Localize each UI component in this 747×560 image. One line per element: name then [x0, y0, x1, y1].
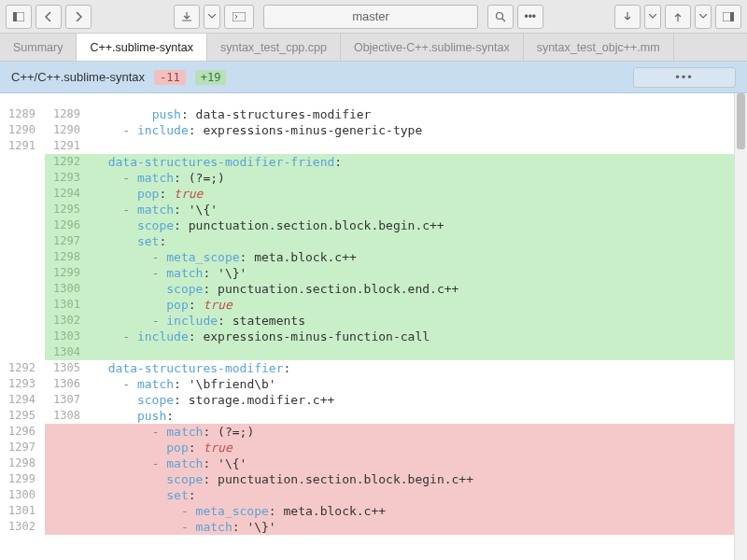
- diff-line: 1300 scope: punctuation.section.block.en…: [0, 281, 747, 297]
- forward-button[interactable]: [65, 5, 92, 29]
- diff-line: 1294 pop: true: [0, 186, 747, 202]
- line-number-new: [45, 440, 90, 455]
- code-content: - include: expressions-minus-function-ca…: [90, 329, 747, 344]
- scrollbar-thumb[interactable]: [737, 93, 745, 149]
- line-number-new: 1292: [45, 154, 90, 170]
- line-number-old: 1302: [0, 519, 45, 535]
- line-number-new: [45, 503, 90, 519]
- diff-line: 1292 data-structures-modifier-friend:: [0, 154, 747, 170]
- line-number-new: 1305: [45, 360, 90, 376]
- line-number-new: 1300: [45, 281, 90, 297]
- diff-line: 12941307 scope: storage.modifier.c++: [0, 392, 747, 408]
- push-button[interactable]: [665, 5, 691, 29]
- code-content: push: data-structures-modifier: [90, 106, 747, 122]
- line-number-old: [0, 233, 45, 249]
- inspector-toggle-button[interactable]: [715, 5, 741, 29]
- line-number-new: 1298: [45, 249, 90, 265]
- diff-line: 1303 - include: expressions-minus-functi…: [0, 329, 747, 344]
- code-content: set:: [90, 487, 747, 503]
- tab-summary[interactable]: Summary: [0, 34, 77, 61]
- code-content: data-structures-modifier-friend:: [90, 154, 747, 170]
- diff-line: 12921305 data-structures-modifier:: [0, 360, 747, 376]
- svg-rect-2: [233, 12, 246, 21]
- vertical-scrollbar[interactable]: [734, 93, 747, 535]
- fetch-button[interactable]: [614, 5, 641, 29]
- terminal-button[interactable]: [224, 5, 254, 29]
- diff-line: 1302 - match: '\}': [0, 519, 747, 535]
- line-number-new: 1308: [45, 408, 90, 424]
- code-content: - match: '\}': [90, 265, 747, 281]
- fetch-menu-button[interactable]: [644, 5, 661, 29]
- diff-line: 1299 - match: '\}': [0, 265, 747, 281]
- line-number-new: 1302: [45, 313, 90, 329]
- stash-menu-button[interactable]: [204, 5, 220, 29]
- diff-line: 12901290 - include: expressions-minus-ge…: [0, 122, 747, 138]
- line-number-old: 1300: [0, 487, 45, 503]
- diff-view: 12891289 push: data-structures-modifier1…: [0, 93, 747, 535]
- diff-line: 1296 - match: (?=;): [0, 424, 747, 440]
- line-number-old: 1290: [0, 122, 45, 138]
- line-number-old: [0, 170, 45, 186]
- code-content: scope: storage.modifier.c++: [90, 392, 747, 408]
- file-tabs: SummaryC++.sublime-syntaxsyntax_test_cpp…: [0, 34, 747, 62]
- line-number-new: 1303: [45, 329, 90, 344]
- code-content: set:: [90, 233, 747, 249]
- diff-line: 12911291: [0, 138, 747, 154]
- back-button[interactable]: [35, 5, 62, 29]
- line-number-new: 1296: [45, 217, 90, 233]
- line-number-old: 1292: [0, 360, 45, 376]
- line-number-new: 1295: [45, 202, 90, 217]
- code-content: - include: expressions-minus-generic-typ…: [90, 122, 747, 138]
- line-number-old: [0, 186, 45, 202]
- branch-selector[interactable]: master: [263, 5, 478, 29]
- code-content: pop: true: [90, 440, 747, 455]
- code-content: - match: (?=;): [90, 170, 747, 186]
- code-content: - meta_scope: meta.block.c++: [90, 503, 747, 519]
- line-number-old: 1299: [0, 471, 45, 487]
- line-number-old: [0, 297, 45, 313]
- toolbar: master •••: [0, 0, 747, 34]
- file-options-button[interactable]: •••: [633, 67, 736, 88]
- sidebar-toggle-button[interactable]: [6, 5, 32, 29]
- diff-line: 1304: [0, 344, 747, 360]
- diff-line: 1297 pop: true: [0, 440, 747, 455]
- line-number-old: [0, 202, 45, 217]
- diff-line: 1293 - match: (?=;): [0, 170, 747, 186]
- diff-line: 1302 - include: statements: [0, 313, 747, 329]
- ellipsis-icon: •••: [675, 70, 694, 84]
- line-number-new: 1290: [45, 122, 90, 138]
- line-number-old: 1296: [0, 424, 45, 440]
- line-number-old: 1301: [0, 503, 45, 519]
- line-number-new: [45, 424, 90, 440]
- line-number-new: 1306: [45, 376, 90, 392]
- code-content: scope: punctuation.section.block.end.c++: [90, 281, 747, 297]
- tab-c-sublime-syntax[interactable]: C++.sublime-syntax: [77, 34, 206, 61]
- svg-rect-5: [730, 12, 734, 21]
- stash-button[interactable]: [174, 5, 200, 29]
- code-content: scope: punctuation.section.block.begin.c…: [90, 217, 747, 233]
- svg-rect-1: [13, 12, 17, 21]
- line-number-new: [45, 471, 90, 487]
- line-number-new: [45, 455, 90, 471]
- tab-syntax-test-objc-mm[interactable]: syntax_test_objc++.mm: [524, 34, 674, 61]
- tab-objective-c-sublime-syntax[interactable]: Objective-C++.sublime-syntax: [341, 34, 524, 61]
- diff-line: 12891289 push: data-structures-modifier: [0, 106, 747, 122]
- line-number-old: [0, 249, 45, 265]
- diff-line: 1300 set:: [0, 487, 747, 503]
- code-content: - match: (?=;): [90, 424, 747, 440]
- line-number-new: 1304: [45, 344, 90, 360]
- line-number-new: 1293: [45, 170, 90, 186]
- line-number-old: [0, 281, 45, 297]
- tab-syntax-test-cpp-cpp[interactable]: syntax_test_cpp.cpp: [207, 34, 341, 61]
- line-number-new: 1294: [45, 186, 90, 202]
- code-content: scope: punctuation.section.block.begin.c…: [90, 471, 747, 487]
- more-button[interactable]: •••: [517, 5, 543, 29]
- diff-line: 12951308 push:: [0, 408, 747, 424]
- line-number-old: 1289: [0, 106, 45, 122]
- code-content: - include: statements: [90, 313, 747, 329]
- diff-line: 1295 - match: '\{': [0, 202, 747, 217]
- diff-line: 1301 pop: true: [0, 297, 747, 313]
- line-number-old: 1294: [0, 392, 45, 408]
- push-menu-button[interactable]: [695, 5, 712, 29]
- search-button[interactable]: [487, 5, 514, 29]
